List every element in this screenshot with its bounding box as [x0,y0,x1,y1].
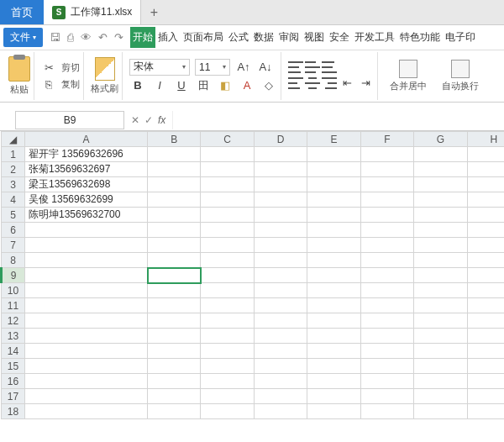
save-icon[interactable]: 🖫 [50,31,60,44]
cell-F8[interactable] [360,253,413,268]
cell-A11[interactable] [25,298,148,313]
cell-H17[interactable] [467,389,504,404]
align-middle-icon[interactable] [305,61,320,73]
cell-E5[interactable] [307,208,360,223]
col-header-E[interactable]: E [307,132,360,147]
cell-D8[interactable] [254,253,307,268]
bold-button[interactable]: B [129,77,146,94]
cell-C10[interactable] [201,283,254,298]
cell-D12[interactable] [254,313,307,329]
cell-B1[interactable] [148,147,201,162]
cell-C17[interactable] [201,389,254,404]
cell-B9[interactable] [148,268,201,283]
cell-E18[interactable] [307,404,360,419]
row-header[interactable]: 10 [2,283,25,298]
cell-F9[interactable] [360,268,413,283]
copy-icon[interactable]: ⎘ [41,77,56,92]
cell-F18[interactable] [360,404,413,419]
cell-H15[interactable] [467,359,504,374]
cell-C7[interactable] [201,238,254,253]
border-button[interactable]: 田 [195,77,212,94]
align-center-icon[interactable] [305,77,320,89]
cell-D4[interactable] [254,192,307,208]
cell-F12[interactable] [360,313,413,329]
cell-G4[interactable] [414,192,467,208]
fill-color-button[interactable]: ◧ [217,77,234,94]
print-icon[interactable]: ⎙ [67,31,74,44]
cell-D6[interactable] [254,223,307,238]
cell-A7[interactable] [25,238,148,253]
menu-tab-特色功能[interactable]: 特色功能 [397,27,443,48]
cell-H11[interactable] [467,298,504,313]
cell-E6[interactable] [307,223,360,238]
cancel-formula-icon[interactable]: ✕ [131,114,139,126]
col-header-A[interactable]: A [25,132,148,147]
align-top-icon[interactable] [288,61,303,73]
font-select[interactable]: 宋体 [129,59,190,76]
cell-C11[interactable] [201,298,254,313]
cell-B11[interactable] [148,298,201,313]
cell-E14[interactable] [307,344,360,359]
cell-A13[interactable] [25,329,148,344]
cell-H1[interactable] [467,147,504,162]
cell-E16[interactable] [307,374,360,389]
cell-D2[interactable] [254,162,307,177]
cell-A4[interactable]: 吴俊 13569632699 [25,192,148,208]
wrap-text-button[interactable]: 自动换行 [437,60,484,92]
cell-D18[interactable] [254,404,307,419]
cell-D11[interactable] [254,298,307,313]
align-bottom-icon[interactable] [322,61,337,73]
col-header-D[interactable]: D [254,132,307,147]
cell-C14[interactable] [201,344,254,359]
row-header[interactable]: 15 [2,359,25,374]
row-header[interactable]: 6 [2,223,25,238]
cell-A12[interactable] [25,313,148,329]
cell-H5[interactable] [467,208,504,223]
cell-H2[interactable] [467,162,504,177]
cell-B13[interactable] [148,329,201,344]
row-header[interactable]: 12 [2,313,25,329]
cell-G1[interactable] [414,147,467,162]
cell-C9[interactable] [201,268,254,283]
cell-F3[interactable] [360,177,413,192]
decrease-font-icon[interactable]: A↓ [257,59,274,76]
cell-G2[interactable] [414,162,467,177]
cell-F5[interactable] [360,208,413,223]
cell-A18[interactable] [25,404,148,419]
cell-D3[interactable] [254,177,307,192]
new-tab-button[interactable]: + [141,0,166,24]
cell-H7[interactable] [467,238,504,253]
cell-A5[interactable]: 陈明坤13569632700 [25,208,148,223]
cell-B2[interactable] [148,162,201,177]
select-all-corner[interactable]: ◢ [2,132,25,147]
cell-D1[interactable] [254,147,307,162]
cell-G3[interactable] [414,177,467,192]
menu-tab-开始[interactable]: 开始 [130,27,155,48]
cell-E11[interactable] [307,298,360,313]
row-header[interactable]: 11 [2,298,25,313]
cell-F4[interactable] [360,192,413,208]
cell-F15[interactable] [360,359,413,374]
cell-H10[interactable] [467,283,504,298]
cell-B14[interactable] [148,344,201,359]
cell-G8[interactable] [414,253,467,268]
font-size-select[interactable]: 11 [195,59,230,76]
cell-H16[interactable] [467,374,504,389]
cell-D7[interactable] [254,238,307,253]
cell-H8[interactable] [467,253,504,268]
menu-tab-安全[interactable]: 安全 [327,27,352,48]
paste-icon[interactable] [8,56,30,82]
cell-F7[interactable] [360,238,413,253]
row-header[interactable]: 8 [2,253,25,268]
row-header[interactable]: 17 [2,389,25,404]
col-header-G[interactable]: G [414,132,467,147]
col-header-B[interactable]: B [148,132,201,147]
menu-tab-视图[interactable]: 视图 [302,27,327,48]
cell-C3[interactable] [201,177,254,192]
cell-A2[interactable]: 张菊13569632697 [25,162,148,177]
spreadsheet-grid[interactable]: ◢ABCDEFGH 1翟开宇 135696326962张菊13569632697… [0,131,504,419]
cell-E17[interactable] [307,389,360,404]
cell-H12[interactable] [467,313,504,329]
redo-icon[interactable]: ↷ [114,31,123,44]
row-header[interactable]: 2 [2,162,25,177]
